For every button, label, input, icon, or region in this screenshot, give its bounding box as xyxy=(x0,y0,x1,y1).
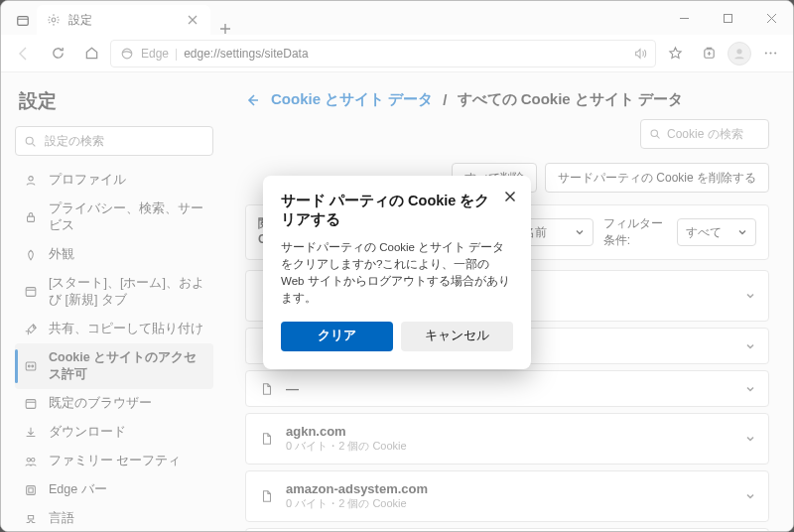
dialog-clear-button[interactable]: クリア xyxy=(281,322,393,351)
browser-window: 設定 Edge | edge://settings/siteData xyxy=(0,0,794,532)
dialog-scrim: サード パーティの Cookie をクリアする サードパーティの Cookie … xyxy=(1,1,793,531)
clear-thirdparty-cookies-dialog: サード パーティの Cookie をクリアする サードパーティの Cookie … xyxy=(263,176,531,369)
dialog-close-button[interactable] xyxy=(499,186,521,207)
dialog-cancel-button[interactable]: キャンセル xyxy=(401,322,513,351)
dialog-title: サード パーティの Cookie をクリアする xyxy=(281,192,513,229)
dialog-buttons: クリア キャンセル xyxy=(281,322,513,351)
dialog-body: サードパーティの Cookie とサイト データをクリアしますか?これにより、一… xyxy=(281,239,513,308)
